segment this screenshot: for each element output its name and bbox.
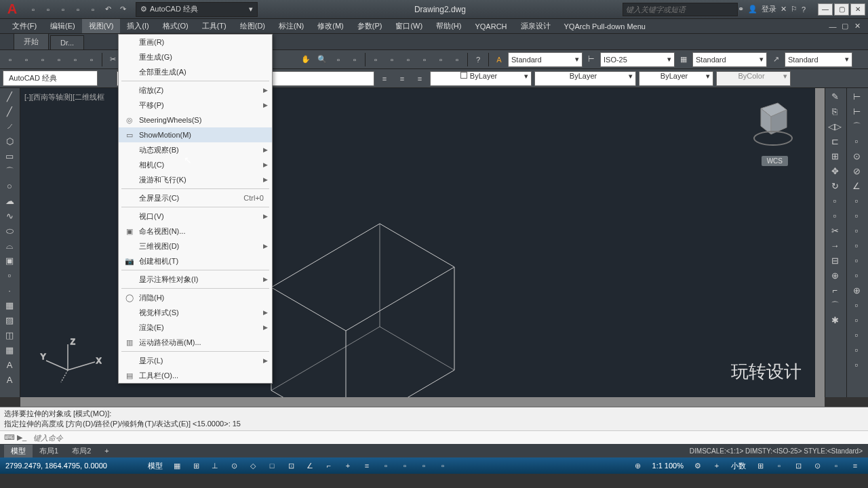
preview-icon[interactable]: ▫	[68, 52, 83, 67]
new-icon[interactable]: ▫	[3, 52, 18, 67]
markup-icon[interactable]: ▫	[433, 52, 448, 67]
sc-icon[interactable]: ▫	[416, 460, 431, 472]
clean-screen-icon[interactable]: ▫	[829, 460, 844, 472]
layer-iso-icon[interactable]: ≡	[412, 71, 427, 86]
help-icon[interactable]: ?	[802, 5, 806, 14]
move-icon[interactable]: ✥	[827, 164, 843, 178]
menu-item-I[interactable]: 显示注释性对象(I)▶	[119, 272, 272, 287]
publish-icon[interactable]: ▫	[84, 52, 99, 67]
iso-icon[interactable]: ◇	[245, 460, 260, 472]
ortho-icon[interactable]: ⊥	[208, 460, 222, 472]
ellipse-icon[interactable]: ⬭	[1, 224, 18, 238]
doc-minimize[interactable]: —	[827, 22, 838, 31]
menu-item-SteeringWheelsS[interactable]: ◎SteeringWheels(S)	[119, 113, 272, 127]
cart-icon[interactable]: ⚐	[791, 5, 797, 14]
menu-draw[interactable]: 绘图(D)	[233, 19, 272, 33]
dim-break-icon[interactable]: ▫	[848, 253, 865, 268]
properties-icon[interactable]: ▫	[368, 52, 383, 67]
login-link[interactable]: 登录	[762, 4, 776, 14]
menu-item-B[interactable]: 动态观察(B)▶	[119, 142, 272, 157]
array-icon[interactable]: ⊞	[827, 149, 843, 163]
menu-item-C[interactable]: 全屏显示(C)Ctrl+0	[119, 190, 272, 205]
menu-insert[interactable]: 插入(I)	[120, 19, 155, 33]
file-tab-start[interactable]: 开始	[14, 33, 49, 49]
erase-icon[interactable]: ✎	[827, 89, 843, 104]
region-icon[interactable]: ◫	[1, 328, 18, 342]
center-mark-icon[interactable]: ⊕	[848, 283, 865, 298]
table-style-icon[interactable]: ▦	[676, 52, 691, 67]
extend-icon[interactable]: →	[827, 239, 843, 253]
menu-item-L[interactable]: 显示(L)▶	[119, 353, 272, 368]
workspace-status-icon[interactable]: ⊞	[753, 460, 768, 472]
workspace-dropdown[interactable]: ⚙ AutoCAD 经典 ▾	[136, 2, 258, 17]
menu-yq-design[interactable]: 源泉设计	[514, 19, 557, 33]
open-icon[interactable]: ▫	[19, 52, 34, 67]
dim-arc-icon[interactable]: ⌒	[848, 119, 865, 134]
chamfer-icon[interactable]: ⌐	[827, 283, 843, 298]
qat-saveas-icon[interactable]: ▫	[71, 3, 85, 16]
ellipse-arc-icon[interactable]: ⌓	[1, 239, 18, 253]
menu-yq-pulldown[interactable]: YQArch Pull-down Menu	[557, 20, 652, 33]
osnap-icon[interactable]: □	[264, 460, 279, 472]
dim-linear-icon[interactable]: ⊢	[848, 89, 865, 104]
text-style-dropdown[interactable]: Standard▾	[508, 52, 583, 67]
polar-icon[interactable]: ⊙	[226, 460, 241, 472]
menu-help[interactable]: 帮助(H)	[429, 19, 468, 33]
dim-style-icon[interactable]: ⊢	[584, 52, 599, 67]
annoscale-icon[interactable]: ⊕	[631, 460, 646, 472]
menu-item-V[interactable]: 视口(V)▶	[119, 209, 272, 224]
dim-continue-icon[interactable]: ▫	[848, 224, 865, 238]
inspect-icon[interactable]: ▫	[848, 298, 865, 312]
spline-icon[interactable]: ∿	[1, 209, 18, 223]
mtext-icon[interactable]: A	[1, 358, 18, 372]
menu-item-M[interactable]: ▥运动路径动画(M)...	[119, 335, 272, 350]
menu-dimension[interactable]: 标注(N)	[272, 19, 311, 33]
menu-item-N[interactable]: ▣命名视图(N)...	[119, 224, 272, 239]
coordinates[interactable]: 2799.2479, 1864.4795, 0.0000	[5, 462, 141, 470]
text-style-icon[interactable]: A	[492, 52, 507, 67]
close-button[interactable]: ✕	[850, 3, 865, 16]
snap-icon[interactable]: ⊞	[189, 460, 203, 472]
lock-ui-icon[interactable]: ▫	[772, 460, 787, 472]
color-dropdown[interactable]: ByLayer▾	[430, 71, 532, 86]
menu-item-C[interactable]: 相机(C)▶	[119, 157, 272, 172]
hatch-icon[interactable]: ▦	[1, 298, 18, 312]
offset-icon[interactable]: ⊏	[827, 134, 843, 148]
scale-display[interactable]: 1:1 100%	[650, 462, 686, 470]
dim-style-dropdown[interactable]: ISO-25▾	[600, 52, 675, 67]
hardware-icon[interactable]: ⊡	[791, 460, 806, 472]
save-icon[interactable]: ▫	[35, 52, 50, 67]
calc-icon[interactable]: ▫	[450, 52, 465, 67]
menu-item-H[interactable]: ◯消隐(H)	[119, 290, 272, 305]
dim-quick-icon[interactable]: ▫	[848, 194, 865, 208]
polyline-icon[interactable]: ⟋	[1, 119, 18, 134]
menu-item-G[interactable]: 重生成(G)	[119, 49, 272, 64]
menu-item-D[interactable]: 三维视图(D)▶	[119, 239, 272, 253]
insert-block-icon[interactable]: ▣	[1, 253, 18, 268]
minimize-button[interactable]: —	[818, 3, 833, 16]
point-icon[interactable]: ·	[1, 283, 18, 298]
polygon-icon[interactable]: ⬡	[1, 134, 18, 148]
mleader-style-icon[interactable]: ↗	[768, 52, 783, 67]
plot-style-dropdown[interactable]: ByColor▾	[716, 71, 791, 86]
dim-aligned-icon[interactable]: ⊢	[848, 104, 865, 119]
qp-icon[interactable]: ▫	[397, 460, 412, 472]
menu-item-A[interactable]: 全部重生成(A)	[119, 64, 272, 79]
customize-icon[interactable]: ≡	[848, 460, 863, 472]
addselected-icon[interactable]: A	[1, 373, 18, 387]
trim-icon[interactable]: ✂	[827, 224, 843, 238]
lineweight-dropdown[interactable]: ByLayer▾	[639, 71, 713, 86]
grid-icon[interactable]: ▦	[170, 460, 184, 472]
menu-window[interactable]: 窗口(W)	[389, 19, 429, 33]
app-logo[interactable]: A	[3, 1, 22, 18]
menu-file[interactable]: 文件(F)	[5, 19, 43, 33]
break-icon[interactable]: ⊟	[827, 253, 843, 268]
qat-new-icon[interactable]: ▫	[26, 3, 40, 16]
dyn-icon[interactable]: +	[340, 460, 355, 472]
lwt-icon[interactable]: ≡	[359, 460, 374, 472]
layer-state-icon[interactable]: ≡	[395, 71, 410, 86]
menu-item-T[interactable]: 📷创建相机(T)	[119, 253, 272, 268]
menu-item-P[interactable]: 平移(P)▶	[119, 98, 272, 113]
menu-item-K[interactable]: 漫游和飞行(K)▶	[119, 172, 272, 187]
rectangle-icon[interactable]: ▭	[1, 149, 18, 163]
